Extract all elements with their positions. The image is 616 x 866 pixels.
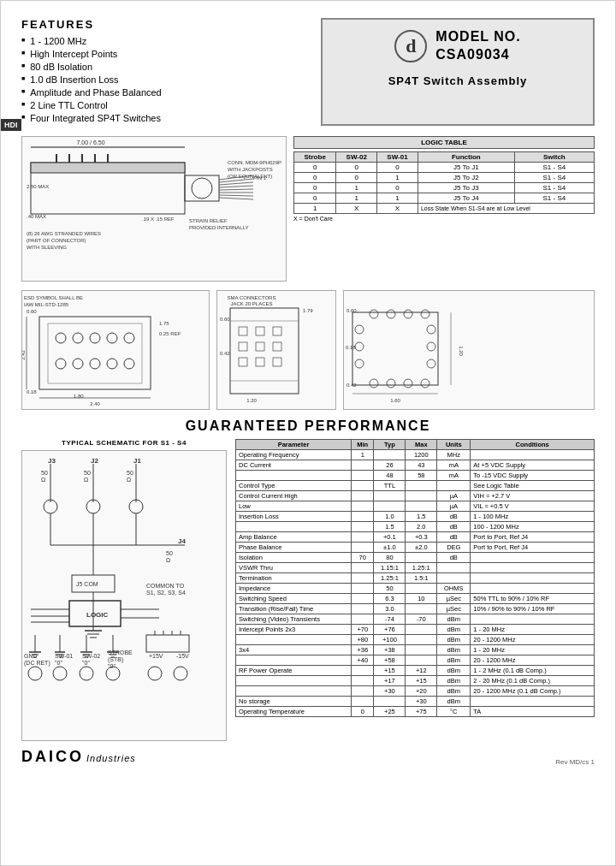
- logic-table: Strobe SW-02 SW-01 Function Switch 0 0 0…: [293, 151, 595, 214]
- svg-line-14: [219, 186, 253, 187]
- svg-text:LOGIC: LOGIC: [86, 611, 109, 619]
- model-prefix: MODEL NO.: [435, 28, 520, 46]
- cell: 1.25:1: [374, 573, 406, 584]
- svg-text:"0": "0": [55, 660, 62, 666]
- cell: dBm: [437, 614, 471, 625]
- dim-drawing-3: 1.60 1.20 0.60 0.42 0.18: [343, 290, 595, 410]
- logic-table-note: X = Don't Care: [293, 216, 595, 222]
- cell: +0.1: [374, 532, 406, 543]
- table-row: +80+100dBm20 - 1200 MHz: [236, 635, 595, 645]
- cell: VIH = +2.7 V: [471, 491, 595, 501]
- cell: J5 To J4: [418, 193, 514, 204]
- cell: 50% TTL to 90% / 10% RF: [471, 594, 595, 604]
- cell: See Logic Table: [471, 481, 595, 491]
- svg-point-41: [56, 359, 66, 369]
- svg-text:SW-02: SW-02: [82, 653, 100, 659]
- cell: dBm: [437, 625, 471, 635]
- cell: [352, 532, 374, 543]
- cell: [236, 655, 352, 666]
- svg-text:"0": "0": [82, 660, 90, 666]
- svg-text:50: 50: [84, 470, 91, 476]
- cell: 0: [294, 173, 336, 183]
- svg-text:GND: GND: [24, 653, 38, 659]
- table-row: +30+20dBm20 - 1200 MHz (0.1 dB Comp.): [236, 686, 595, 697]
- table-row: 0 1 0 J5 To J3 S1 - S4: [294, 183, 595, 193]
- svg-rect-61: [239, 342, 247, 351]
- table-row: +40+58dBm20 - 1200 MHz: [236, 655, 595, 666]
- cell: [352, 573, 374, 584]
- cell: [406, 655, 437, 666]
- cell: [406, 501, 437, 512]
- cell: -70: [406, 614, 437, 625]
- svg-text:1.60: 1.60: [390, 398, 400, 403]
- cell: X: [336, 204, 377, 214]
- cell: Operating Frequency: [236, 450, 352, 460]
- svg-text:(DC RET): (DC RET): [24, 660, 50, 667]
- cell: [471, 563, 595, 573]
- performance-table-section: Parameter Min Typ Max Units Conditions O…: [235, 439, 595, 741]
- svg-point-45: [124, 359, 134, 369]
- cell: 1 - 20 MHz: [471, 645, 595, 655]
- cell: [374, 450, 406, 460]
- cell: [352, 543, 374, 553]
- svg-text:J1: J1: [133, 457, 141, 465]
- model-box: d MODEL NO. CSA09034 SP4T Switch Assembl…: [321, 18, 595, 126]
- schematic-title: TYPICAL SCHEMATIC FOR S1 - S4: [21, 439, 227, 447]
- cell: µSec: [437, 594, 471, 604]
- svg-text:1.80: 1.80: [74, 394, 84, 399]
- cell: 10% / 90% to 90% / 10% RF: [471, 604, 595, 614]
- hdi-label: HDI: [1, 119, 21, 131]
- features-list: 1 - 1200 MHz High Intercept Points 80 dB…: [21, 36, 295, 123]
- svg-rect-65: [256, 358, 264, 366]
- cell: 1.5:1: [406, 573, 437, 584]
- svg-rect-161: [146, 635, 189, 652]
- cell: Port to Port, Ref J4: [471, 532, 595, 543]
- diagrams-row1: 7.00 / 6.50 CONN. MDM-9PH029P WITH JACKP…: [21, 136, 595, 282]
- col-strobe: Strobe: [294, 152, 336, 163]
- col-parameter: Parameter: [236, 440, 352, 450]
- svg-rect-64: [239, 358, 247, 366]
- cell: [437, 573, 471, 584]
- svg-text:50: 50: [41, 470, 48, 476]
- table-row: No storage+30dBm: [236, 697, 595, 707]
- svg-text:CONN. MDM-9PH029P: CONN. MDM-9PH029P: [228, 160, 281, 165]
- cell: +38: [374, 645, 406, 655]
- part-ref: Rev MD/cs 1: [555, 758, 595, 766]
- svg-text:50: 50: [127, 470, 133, 476]
- cell: [236, 522, 352, 532]
- cell: 0: [377, 183, 418, 193]
- cell: [236, 471, 352, 481]
- cell: 43: [406, 460, 437, 471]
- svg-point-74: [355, 325, 364, 334]
- svg-text:.40 MAX: .40 MAX: [27, 214, 46, 219]
- svg-text:1.20: 1.20: [246, 398, 257, 403]
- svg-text:0.25 REF: 0.25 REF: [159, 331, 181, 336]
- cell: [406, 625, 437, 635]
- cell: 1.5: [406, 512, 437, 522]
- cell: S1 - S4: [514, 193, 594, 204]
- feature-item: High Intercept Points: [21, 49, 295, 59]
- svg-point-39: [107, 333, 117, 343]
- feature-item: 1.0 dB Insertion Loss: [21, 74, 295, 85]
- cell: 3x4: [236, 645, 352, 655]
- cell: +36: [352, 645, 374, 655]
- cell: Operating Temperature: [236, 707, 352, 717]
- cell: [437, 481, 471, 491]
- cell: [471, 697, 595, 707]
- diagrams-row2: ESD SYMBOL SHALL BE IAW MIL-STD-1285: [21, 290, 595, 410]
- mechanical-drawing: 7.00 / 6.50 CONN. MDM-9PH029P WITH JACKP…: [21, 136, 287, 282]
- cell: 3.0: [374, 604, 406, 614]
- svg-text:J3: J3: [48, 457, 56, 465]
- svg-rect-66: [273, 358, 281, 366]
- cell: dB: [437, 512, 471, 522]
- cell: ±2.0: [406, 543, 437, 553]
- cell: Insertion Loss: [236, 512, 352, 522]
- cell: +100: [374, 635, 406, 645]
- cell: 26: [374, 460, 406, 471]
- footer: DAICO Industries Rev MD/cs 1: [21, 748, 595, 766]
- company-name: DAICO Industries: [21, 748, 136, 766]
- daico-logo-text: DAICO: [21, 748, 84, 765]
- svg-text:J2: J2: [91, 457, 98, 465]
- logic-table-section: LOGIC TABLE Strobe SW-02 SW-01 Function …: [293, 136, 595, 222]
- cell: [406, 584, 437, 594]
